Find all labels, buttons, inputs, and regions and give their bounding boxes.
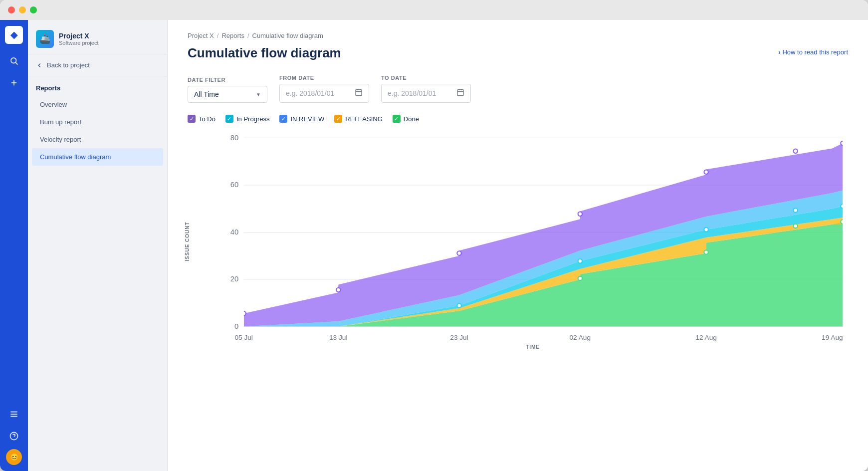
user-avatar[interactable]: 😊 [6, 449, 22, 465]
how-to-read-label: How to read this report [782, 48, 848, 56]
svg-text:19 Aug: 19 Aug [822, 334, 843, 341]
svg-point-0 [11, 58, 16, 63]
project-type: Software project [59, 40, 98, 46]
date-filter-label: Date filter [188, 77, 267, 83]
filters-row: Date filter All Time ▼ From date e.g. 20… [188, 75, 848, 103]
breadcrumb-current: Cumulative flow diagram [252, 32, 323, 39]
svg-point-51 [578, 276, 582, 280]
svg-text:60: 60 [230, 181, 238, 189]
page-title: Cumulative flow diagram [188, 45, 341, 61]
svg-point-45 [841, 141, 845, 145]
sidebar: 🚢 Project X Software project Back to pro… [28, 20, 168, 471]
svg-point-43 [704, 170, 708, 174]
page-header: Cumulative flow diagram › How to read th… [188, 45, 848, 61]
legend-done[interactable]: ✓ Done [393, 115, 419, 123]
svg-text:23 Jul: 23 Jul [450, 334, 468, 341]
sidebar-item-burn-up-label: Burn up report [40, 118, 81, 126]
legend-in-progress-label: In Progress [236, 115, 269, 123]
app-logo[interactable]: ◆ [5, 26, 23, 44]
project-name: Project X [59, 32, 98, 40]
breadcrumb-reports[interactable]: Reports [221, 32, 244, 39]
svg-point-47 [578, 259, 582, 263]
search-nav-icon[interactable] [5, 52, 23, 70]
from-date-placeholder: e.g. 2018/01/01 [286, 89, 334, 97]
how-to-read-link[interactable]: › How to read this report [778, 48, 848, 56]
date-filter-value: All Time [194, 90, 219, 98]
chart-wrapper: ISSUE COUNT [188, 133, 848, 350]
titlebar [0, 0, 868, 20]
sidebar-project-header: 🚢 Project X Software project [28, 20, 167, 54]
menu-nav-icon[interactable] [5, 405, 23, 423]
main-content: Project X / Reports / Cumulative flow di… [168, 20, 868, 471]
svg-point-48 [704, 228, 708, 232]
maximize-button[interactable] [30, 6, 37, 13]
legend-releasing-checkbox: ✓ [334, 115, 342, 123]
breadcrumb: Project X / Reports / Cumulative flow di… [188, 32, 848, 39]
legend-done-label: Done [404, 115, 419, 123]
project-info: Project X Software project [59, 32, 98, 46]
help-nav-icon[interactable] [5, 427, 23, 445]
minimize-button[interactable] [19, 6, 26, 13]
svg-text:05 Jul: 05 Jul [234, 334, 253, 341]
to-date-input[interactable]: e.g. 2018/01/01 [381, 84, 471, 103]
sidebar-section-title: Reports [28, 76, 167, 96]
from-date-label: From date [279, 75, 369, 81]
breadcrumb-sep-1: / [217, 32, 219, 39]
back-link-label: Back to project [47, 61, 90, 69]
nav-rail: ◆ 😊 [0, 20, 28, 471]
svg-text:12 Aug: 12 Aug [695, 334, 717, 341]
x-axis-label: TIME [217, 344, 848, 350]
avatar-icon: 😊 [10, 453, 18, 461]
legend-releasing-label: RELEASING [345, 115, 382, 123]
logo-icon: ◆ [10, 29, 17, 40]
sidebar-item-overview[interactable]: Overview [32, 96, 163, 113]
to-date-calendar-icon [456, 88, 464, 98]
legend-in-progress-checkbox: ✓ [225, 115, 233, 123]
sidebar-item-cumulative[interactable]: Cumulative flow diagram [32, 148, 163, 166]
chart-svg: 80 60 40 20 0 05 Jul 13 Jul 23 Jul 02 Au… [217, 133, 848, 342]
legend-in-review-label: IN REVIEW [290, 115, 324, 123]
create-nav-icon[interactable] [5, 74, 23, 92]
svg-point-49 [793, 208, 797, 212]
to-date-label: To date [381, 75, 471, 81]
svg-point-42 [578, 212, 582, 216]
legend-releasing[interactable]: ✓ RELEASING [334, 115, 382, 123]
svg-text:20: 20 [230, 275, 238, 283]
legend-in-progress[interactable]: ✓ In Progress [225, 115, 269, 123]
svg-text:80: 80 [230, 134, 238, 142]
chevron-right-icon: › [778, 48, 780, 56]
legend-todo-checkbox: ✓ [188, 115, 196, 123]
date-filter-group: Date filter All Time ▼ [188, 77, 267, 103]
chevron-down-icon: ▼ [256, 92, 261, 97]
sidebar-item-velocity-label: Velocity report [40, 136, 81, 143]
svg-text:02 Aug: 02 Aug [570, 334, 591, 341]
sidebar-item-overview-label: Overview [40, 101, 67, 108]
breadcrumb-sep-2: / [247, 32, 249, 39]
legend-in-review[interactable]: ✓ IN REVIEW [279, 115, 324, 123]
to-date-group: To date e.g. 2018/01/01 [381, 75, 471, 103]
svg-point-54 [841, 220, 845, 224]
svg-point-52 [704, 250, 708, 254]
from-date-calendar-icon [355, 88, 363, 98]
app-window: ◆ 😊 🚢 [0, 0, 868, 471]
back-to-project-link[interactable]: Back to project [28, 54, 167, 76]
chart-legend: ✓ To Do ✓ In Progress ✓ IN REVIEW ✓ RELE… [188, 115, 848, 123]
svg-rect-9 [356, 90, 362, 96]
sidebar-item-burn-up[interactable]: Burn up report [32, 113, 163, 131]
project-icon: 🚢 [36, 30, 54, 48]
svg-point-39 [241, 311, 245, 315]
breadcrumb-project[interactable]: Project X [188, 32, 214, 39]
svg-point-50 [841, 204, 845, 208]
svg-line-1 [15, 62, 17, 64]
from-date-input[interactable]: e.g. 2018/01/01 [279, 84, 369, 103]
close-button[interactable] [8, 6, 15, 13]
date-filter-select[interactable]: All Time ▼ [188, 86, 267, 103]
svg-point-40 [336, 288, 340, 292]
y-axis-label: ISSUE COUNT [185, 222, 190, 261]
legend-done-checkbox: ✓ [393, 115, 401, 123]
back-arrow-icon [36, 62, 43, 69]
legend-in-review-checkbox: ✓ [279, 115, 287, 123]
sidebar-item-velocity[interactable]: Velocity report [32, 131, 163, 148]
svg-text:13 Jul: 13 Jul [329, 334, 348, 341]
legend-todo[interactable]: ✓ To Do [188, 115, 216, 123]
